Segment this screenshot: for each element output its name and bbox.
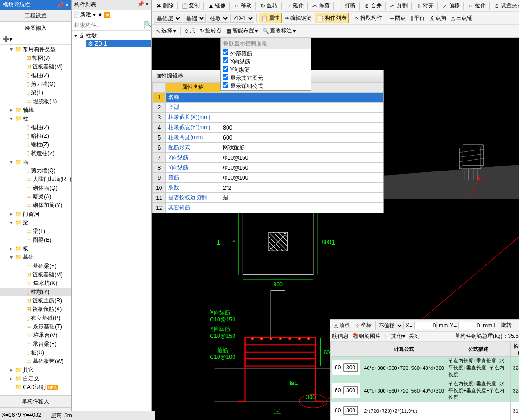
tab-project-settings[interactable]: 工程设置 bbox=[0, 10, 71, 22]
rebar-lib-tab[interactable]: 📚钢筋图库 bbox=[352, 332, 381, 340]
rebar-checkbox[interactable]: Y向纵筋 bbox=[221, 66, 311, 74]
prop-row[interactable]: 4柱墩截宽(Y)(mm)800 bbox=[153, 123, 383, 133]
tree-item[interactable]: ▭ 基础梁(F) bbox=[0, 262, 71, 270]
tree-item[interactable]: ▾📁 基础 bbox=[0, 253, 71, 262]
ribbon-btn[interactable]: ↔拉伸 bbox=[466, 1, 488, 10]
type-select[interactable]: 柱墩 bbox=[207, 14, 229, 23]
tree-item[interactable]: ▭ 暗梁(A) bbox=[0, 192, 71, 201]
tab-draw-input[interactable]: 绘图输入 bbox=[0, 22, 71, 34]
prop-row[interactable]: 10肢数2*2 bbox=[153, 183, 383, 193]
tree-item[interactable]: ▸📁 门窗洞 bbox=[0, 210, 71, 218]
ribbon-btn[interactable]: ┊打断 bbox=[336, 1, 358, 10]
tree-item[interactable]: ⊞ 筏板负筋(X) bbox=[0, 305, 71, 314]
category-select[interactable]: 基础 bbox=[183, 14, 206, 23]
tree-item[interactable]: ▯ 剪力墙(Q) bbox=[0, 166, 71, 175]
ribbon-btn[interactable]: ↻旋转 bbox=[258, 1, 280, 10]
rebar-checkbox[interactable]: 显示详细公式 bbox=[221, 82, 311, 90]
tree-item[interactable]: ▾📁 常用构件类型 bbox=[0, 45, 71, 54]
tree-item[interactable]: ▭ 梁(L) bbox=[0, 227, 71, 236]
prop-row[interactable]: 6配筋形式网状配筋 bbox=[153, 143, 383, 153]
tree-item[interactable]: ▽ 集水坑(K) bbox=[0, 279, 71, 288]
floor-select[interactable]: 基础层 bbox=[154, 14, 182, 23]
edit-rebar-button[interactable]: ✏编辑钢筋 bbox=[283, 13, 314, 23]
tree-item[interactable]: ▸📁 板 bbox=[0, 244, 71, 253]
tree-item[interactable]: ▭ 圈梁(E) bbox=[0, 236, 71, 244]
tree-item[interactable]: ▸📁 自定义 bbox=[0, 374, 71, 383]
ribbon-btn[interactable]: ▲镜像 bbox=[206, 1, 228, 10]
tree-item[interactable]: ▯ 独立基础(P) bbox=[0, 314, 71, 322]
tree-item[interactable]: ▭ 砌体墙(Q) bbox=[0, 184, 71, 192]
offset-select[interactable]: 不偏移 bbox=[375, 321, 404, 330]
select-button[interactable]: ↖选择 ▾ bbox=[154, 26, 178, 36]
rebar-checkbox[interactable]: 显示其它图元 bbox=[221, 74, 311, 82]
tree-item[interactable]: ▭ 承台梁(F) bbox=[0, 340, 71, 348]
tree-item[interactable]: ⊞ 筏板主筋(R) bbox=[0, 296, 71, 305]
prop-row[interactable]: 7X向纵筋Φ10@150 bbox=[153, 153, 383, 163]
search-input[interactable] bbox=[73, 21, 145, 29]
ribbon-btn[interactable]: ⊕合并 bbox=[362, 1, 384, 10]
threepoint-button[interactable]: △三点辅 bbox=[449, 13, 474, 23]
comp-list-button[interactable]: 📑构件列表 bbox=[315, 13, 349, 23]
tree-item[interactable]: ▭ 砌体加筋(Y) bbox=[0, 201, 71, 210]
tree-item[interactable]: ▽ 桩承台(V) bbox=[0, 331, 71, 340]
comp-group[interactable]: ▾ 🖨 柱墩 bbox=[73, 31, 151, 40]
parallel-button[interactable]: ‖平行 bbox=[409, 13, 427, 23]
tree-item[interactable]: ▸📁 其它 bbox=[0, 366, 71, 374]
prop-row[interactable]: 9箍筋Φ10@100 bbox=[153, 173, 383, 183]
tree-item[interactable]: ▾📁 柱 bbox=[0, 114, 71, 123]
ribbon-btn[interactable]: →延伸 bbox=[284, 1, 306, 10]
prop-row[interactable]: 5柱墩高度(mm)600 bbox=[153, 133, 383, 143]
tree-item[interactable]: ▯ 柱墩(Y) bbox=[0, 288, 71, 296]
tree-item[interactable]: ▯ 剪力墙(Q) bbox=[0, 80, 71, 88]
tree-item[interactable]: ⊞ 筏板基础(M) bbox=[0, 62, 71, 71]
new-button[interactable]: 📄新建 ▾ bbox=[73, 11, 95, 19]
smart-layout-button[interactable]: ▦智能布置 ▾ bbox=[224, 26, 260, 36]
tree-item[interactable]: ▾📁 梁 bbox=[0, 218, 71, 227]
coord-button[interactable]: ⊹坐标 bbox=[353, 321, 374, 330]
tree-item[interactable]: ▭ 基础板带(W) bbox=[0, 357, 71, 366]
props-button[interactable]: 📋属性 bbox=[259, 13, 282, 23]
component-select[interactable]: ZD-1 bbox=[230, 14, 254, 23]
search-icon[interactable]: 🔍 bbox=[145, 21, 151, 29]
tree-item[interactable]: ⊞ 轴网(J) bbox=[0, 54, 71, 62]
close-button[interactable]: 关闭 bbox=[409, 332, 420, 340]
rotate-point-button[interactable]: ↻旋转点 bbox=[198, 26, 223, 36]
ribbon-btn[interactable]: ✖删除 bbox=[154, 1, 176, 10]
filter-icon[interactable]: 🔽 bbox=[104, 12, 111, 18]
tree-item[interactable]: ▯ 梁(L) bbox=[0, 88, 71, 97]
tree-item[interactable]: ▯ 暗柱(Z) bbox=[0, 132, 71, 140]
tree-item[interactable]: ▸📁 轴线 bbox=[0, 106, 71, 114]
tree-item[interactable]: ▯ 框柱(Z) bbox=[0, 71, 71, 80]
ribbon-btn[interactable]: ↔移动 bbox=[232, 1, 254, 10]
comp-item-zd1[interactable]: ⚙ ZD-1 bbox=[86, 40, 151, 47]
ribbon-btn[interactable]: ⊙设置夹点 bbox=[492, 1, 519, 10]
ribbon-btn[interactable]: ✂分割 bbox=[388, 1, 410, 10]
pick-button[interactable]: ↖拾取构件 bbox=[353, 13, 384, 23]
delete-icon[interactable]: ✖ bbox=[98, 12, 102, 18]
prop-row[interactable]: 3柱墩截长(X)(mm) bbox=[153, 113, 383, 123]
tree-item[interactable]: ▾📁 墙 bbox=[0, 158, 71, 166]
y-input[interactable] bbox=[458, 322, 481, 329]
rotate-checkbox[interactable]: ☐ 旋转 bbox=[494, 321, 511, 329]
tree-item[interactable]: ▯ 框柱(Z) bbox=[0, 123, 71, 132]
prop-row[interactable]: 8Y向纵筋Φ10@150 bbox=[153, 163, 383, 173]
twopoint-button[interactable]: ┼两点 bbox=[388, 13, 408, 23]
plus-icon[interactable]: ➕▾ bbox=[3, 36, 12, 42]
vertex-button[interactable]: △顶点 bbox=[332, 321, 352, 330]
rebar-checkbox[interactable]: 外部箍筋 bbox=[221, 49, 311, 57]
pin-icon[interactable]: 📌 × bbox=[137, 1, 149, 9]
other-tab[interactable]: 📄其他▾ bbox=[384, 332, 405, 340]
point-button[interactable]: ⊙点 bbox=[182, 26, 197, 36]
tree-item[interactable]: ⊞ 筏板基础(M) bbox=[0, 270, 71, 279]
ribbon-btn[interactable]: ⫴对齐 bbox=[414, 1, 436, 10]
pin-icon[interactable]: 📌 × bbox=[57, 2, 68, 8]
tree-item[interactable]: ▭ 条形基础(T) bbox=[0, 322, 71, 331]
tab-single-input[interactable]: 单构件输入 bbox=[0, 395, 71, 408]
tree-item[interactable]: ▯ 端柱(Z) bbox=[0, 140, 71, 149]
ribbon-btn[interactable]: ✂修剪 bbox=[310, 1, 332, 10]
tree-item[interactable]: ▭ 现浇板(B) bbox=[0, 97, 71, 106]
prop-row[interactable]: 11是否按板边切割是 bbox=[153, 193, 383, 203]
tree-item[interactable]: ▯ 桩(U) bbox=[0, 348, 71, 357]
ribbon-btn[interactable]: 📋复制 bbox=[180, 1, 202, 10]
tree-item[interactable]: 📁 CAD识别 NEW bbox=[0, 383, 71, 392]
